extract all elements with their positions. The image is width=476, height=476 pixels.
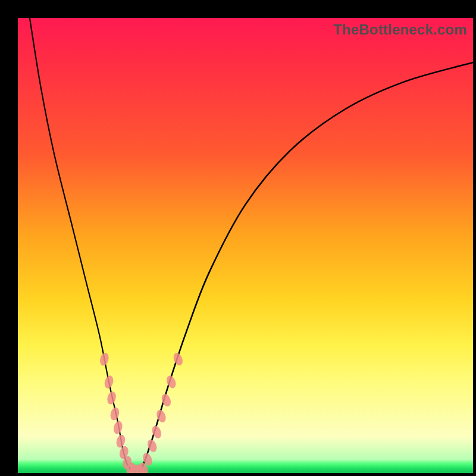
bottleneck-curve-svg (18, 18, 473, 473)
bead-marker (106, 390, 117, 405)
left-limb-curve (30, 18, 131, 470)
right-limb-curve (141, 62, 473, 470)
bead-marker (109, 406, 120, 421)
bead-marker (99, 352, 110, 367)
plot-area: TheBottleneck.com (18, 18, 473, 473)
chart-frame: TheBottleneck.com (0, 0, 476, 476)
bead-markers (99, 352, 184, 473)
bead-marker (165, 374, 177, 390)
bead-marker (172, 352, 184, 367)
bead-marker (112, 420, 124, 435)
bead-marker (103, 375, 114, 390)
